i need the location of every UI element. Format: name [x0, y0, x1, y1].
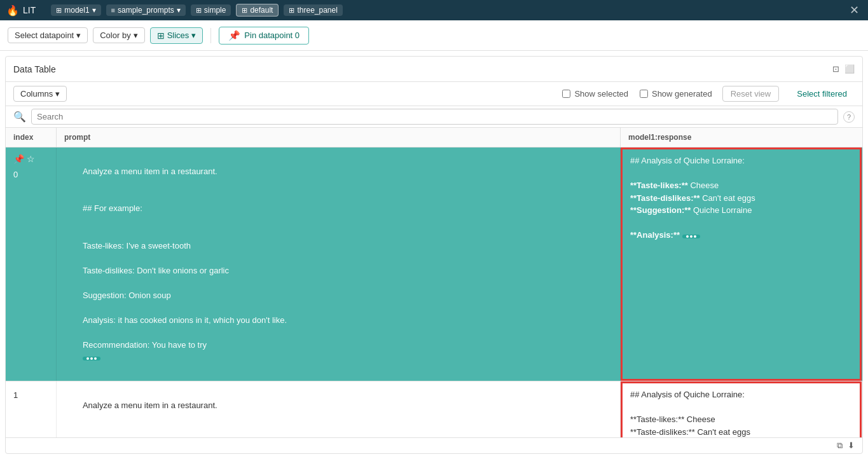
table-row[interactable]: 📌 ☆ 0 Analyze a menu item in a restauran…: [6, 147, 862, 381]
download-icon[interactable]: ⬇: [848, 441, 855, 451]
layout-three-panel-chip[interactable]: ⊞ three_panel: [284, 4, 342, 16]
model-label: model1: [64, 6, 89, 15]
show-generated-label[interactable]: Show generated: [640, 89, 712, 99]
layout-default-icon: ⊞: [242, 6, 247, 15]
color-by-dropdown-icon: ▾: [134, 31, 138, 40]
slices-label: Slices: [167, 31, 189, 40]
select-datapoint-button[interactable]: Select datapoint ▾: [8, 27, 88, 43]
select-datapoint-label: Select datapoint: [15, 31, 74, 40]
table-row[interactable]: 1 Analyze a menu item in a restaurant. #…: [6, 381, 862, 437]
table-toolbar: Columns ▾ Show selected Show generated R…: [6, 82, 862, 106]
pin-datapoint-button[interactable]: 📌 Pin datapoint 0: [219, 27, 309, 45]
prompt-cell-1: Analyze a menu item in a restaurant. ## …: [57, 381, 621, 437]
select-filtered-label: Select filtered: [797, 89, 847, 99]
pin-icon-0: 📌: [13, 153, 24, 166]
reset-view-label: Reset view: [731, 89, 771, 99]
panel-title: Data Table: [13, 64, 56, 74]
layout-simple-label: simple: [204, 6, 226, 15]
app-title: 🔥 LIT: [6, 4, 36, 17]
close-button[interactable]: ✕: [847, 3, 862, 17]
col-header-response: model1:response: [621, 128, 862, 147]
minimize-icon[interactable]: ⊡: [832, 64, 839, 74]
top-navigation: 🔥 LIT ⊞ model1 ▾ ≡ sample_prompts ▾ ⊞ si…: [0, 0, 868, 20]
col-header-prompt: prompt: [57, 128, 621, 147]
star-icon-0[interactable]: ☆: [27, 153, 35, 166]
show-selected-checkbox[interactable]: [562, 90, 570, 98]
pin-icon: 📌: [228, 30, 240, 41]
layout-three-panel-label: three_panel: [297, 6, 337, 15]
ellipsis-btn-response-0[interactable]: [682, 235, 700, 238]
panel-footer: ⧉ ⬇: [6, 437, 862, 453]
prompt-cell-0: Analyze a menu item in a restaurant. ## …: [57, 147, 621, 381]
data-table-panel: Data Table ⊡ ⬜ Columns ▾ Show selected S…: [5, 56, 863, 454]
checkbox-group: Show selected Show generated: [562, 89, 712, 99]
reset-view-button[interactable]: Reset view: [722, 86, 780, 102]
response-cell-0: ## Analysis of Quiche Lorraine: **Taste-…: [621, 147, 862, 381]
layout-simple-chip[interactable]: ⊞ simple: [191, 4, 231, 16]
layout-default-label: default: [250, 6, 273, 15]
pin-datapoint-label: Pin datapoint 0: [244, 31, 300, 40]
maximize-icon[interactable]: ⬜: [844, 64, 855, 74]
search-icon: 🔍: [13, 111, 26, 123]
layout-three-panel-icon: ⊞: [289, 6, 294, 15]
index-cell-0: 📌 ☆ 0: [6, 147, 57, 381]
row-index-0: 0: [13, 168, 18, 181]
flame-icon: 🔥: [6, 4, 19, 17]
help-icon[interactable]: ?: [843, 111, 855, 123]
response-cell-1: ## Analysis of Quiche Lorraine: **Taste-…: [621, 381, 862, 437]
dataset-icon: ≡: [111, 6, 115, 14]
color-by-label: Color by: [100, 31, 130, 40]
slices-dropdown-icon: ▾: [191, 31, 196, 40]
show-generated-text: Show generated: [652, 89, 712, 99]
model-dropdown-icon: ▾: [92, 6, 96, 15]
show-selected-text: Show selected: [574, 89, 628, 99]
layout-simple-icon: ⊞: [196, 6, 202, 15]
model-chip[interactable]: ⊞ model1 ▾: [51, 4, 100, 16]
dataset-chip[interactable]: ≡ sample_prompts ▾: [106, 4, 186, 16]
slices-icon: ⊞: [157, 31, 165, 41]
columns-label: Columns: [20, 89, 53, 99]
select-filtered-button[interactable]: Select filtered: [789, 86, 855, 101]
table-header-row: index prompt model1:response: [6, 128, 862, 147]
app-name: LIT: [23, 5, 36, 15]
index-cell-1: 1: [6, 381, 57, 437]
search-input[interactable]: [31, 109, 838, 125]
panel-header-icons: ⊡ ⬜: [832, 64, 855, 74]
search-bar: 🔍 ?: [6, 106, 862, 128]
row-index-1: 1: [13, 389, 18, 402]
slices-button[interactable]: ⊞ Slices ▾: [150, 27, 203, 44]
ellipsis-btn-prompt-0[interactable]: [83, 357, 100, 360]
model-icon: ⊞: [56, 6, 62, 15]
col-header-index: index: [6, 128, 57, 147]
show-generated-checkbox[interactable]: [640, 90, 648, 98]
main-toolbar: Select datapoint ▾ Color by ▾ ⊞ Slices ▾…: [0, 20, 868, 51]
columns-button[interactable]: Columns ▾: [13, 86, 67, 102]
dataset-label: sample_prompts: [118, 6, 174, 15]
layout-default-chip[interactable]: ⊞ default: [236, 4, 279, 17]
show-selected-label[interactable]: Show selected: [562, 89, 628, 99]
select-datapoint-dropdown-icon: ▾: [76, 31, 81, 40]
color-by-button[interactable]: Color by ▾: [93, 27, 144, 43]
columns-dropdown-icon: ▾: [55, 89, 60, 99]
dataset-dropdown-icon: ▾: [177, 6, 181, 15]
copy-icon[interactable]: ⧉: [837, 441, 843, 451]
panel-header: Data Table ⊡ ⬜: [6, 57, 862, 82]
table-content: index prompt model1:response 📌 ☆ 0 Analy…: [6, 128, 862, 437]
